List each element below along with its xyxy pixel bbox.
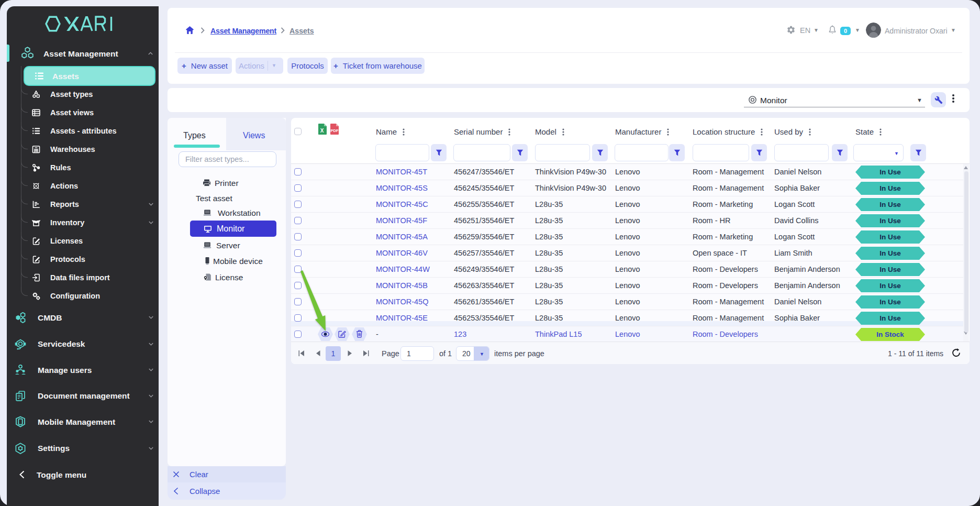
svg-text:PDF: PDF bbox=[331, 128, 339, 133]
svg-text:X: X bbox=[320, 128, 324, 134]
